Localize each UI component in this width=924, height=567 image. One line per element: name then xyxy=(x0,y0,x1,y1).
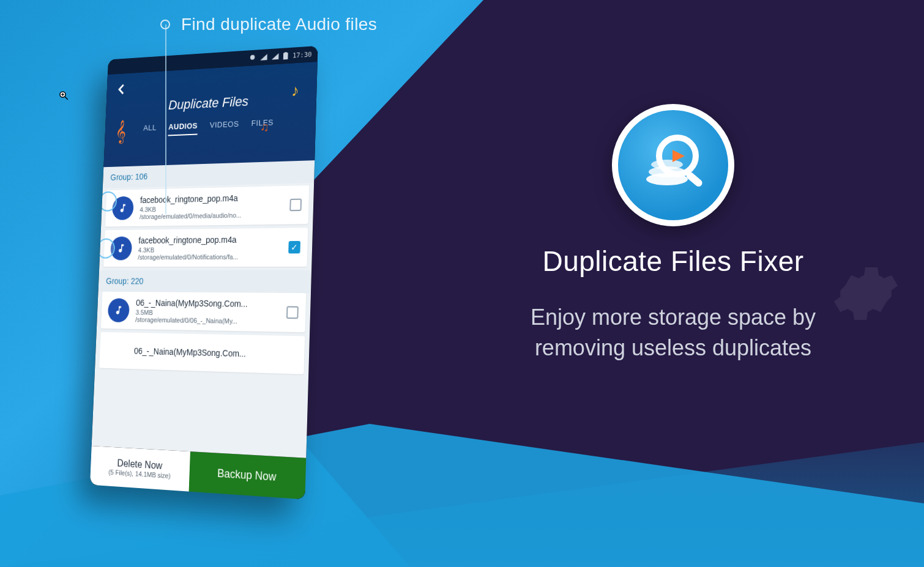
file-list[interactable]: Group: 106 facebook_ringtone_pop.m4a 4.3… xyxy=(92,160,315,458)
file-row[interactable]: 06_-_Naina(MyMp3Song.Com... 3.5MB /stora… xyxy=(101,292,306,333)
file-row[interactable]: 06_-_Naina(MyMp3Song.Com... xyxy=(99,332,305,374)
svg-rect-11 xyxy=(285,52,287,53)
file-name: facebook_ringtone_pop.m4a xyxy=(140,192,283,205)
phone-mockup: 17:30 𝄞 ♪ ♫ Duplicate Files ALL AUDIOS V… xyxy=(90,46,318,500)
annotation-dot-icon xyxy=(160,20,170,29)
back-arrow-icon[interactable] xyxy=(114,81,128,97)
file-row[interactable]: facebook_ringtone_pop.m4a 4.3KB /storage… xyxy=(105,185,309,227)
promo-sub-line1: Enjoy more storage space by xyxy=(531,305,816,330)
tabs: ALL AUDIOS VIDEOS FILES xyxy=(112,116,307,138)
file-meta: facebook_ringtone_pop.m4a 4.3KB /storage… xyxy=(140,192,283,220)
file-meta: 06_-_Naina(MyMp3Song.Com... 3.5MB /stora… xyxy=(135,298,280,325)
promo-block: Duplicate Files Fixer Enjoy more storage… xyxy=(459,104,887,364)
music-note-icon: ♪ xyxy=(291,81,299,101)
audio-file-icon xyxy=(108,298,130,323)
group-label: Group: 220 xyxy=(99,270,311,293)
promo-canvas: Find duplicate Audio files Duplicate Fil… xyxy=(0,0,924,567)
promo-title: Duplicate Files Fixer xyxy=(459,245,887,278)
signal-icon xyxy=(260,54,267,61)
header-title: Duplicate Files xyxy=(113,91,308,116)
signal-icon-2 xyxy=(272,53,279,60)
annotation-text: Find duplicate Audio files xyxy=(181,15,377,34)
file-name: 06_-_Naina(MyMp3Song.Com... xyxy=(134,346,297,360)
annotation-leader-line xyxy=(165,24,166,214)
tab-all[interactable]: ALL xyxy=(143,123,157,137)
checkbox[interactable] xyxy=(286,306,299,319)
file-size: 4.3KB xyxy=(138,245,282,253)
file-path: /storage/emulated/0/Notifications/fa... xyxy=(138,253,281,261)
phone-stage: 17:30 𝄞 ♪ ♫ Duplicate Files ALL AUDIOS V… xyxy=(49,43,392,567)
promo-sub-line2: removing useless duplicates xyxy=(535,335,811,360)
file-name: 06_-_Naina(MyMp3Song.Com... xyxy=(136,298,280,309)
checkbox-checked[interactable]: ✓ xyxy=(288,241,300,254)
svg-rect-10 xyxy=(283,53,288,59)
svg-line-1 xyxy=(65,97,68,100)
backup-now-button[interactable]: Backup Now xyxy=(189,451,307,499)
annotation: Find duplicate Audio files xyxy=(160,15,377,34)
app-logo-icon xyxy=(633,125,713,205)
battery-icon xyxy=(283,52,288,59)
file-row[interactable]: facebook_ringtone_pop.m4a 4.3KB /storage… xyxy=(103,228,308,267)
statusbar-time: 17:30 xyxy=(292,50,312,59)
music-note-icon: ♫ xyxy=(260,120,269,134)
music-note-icon: 𝄞 xyxy=(115,120,127,144)
app-header: 𝄞 ♪ ♫ Duplicate Files ALL AUDIOS VIDEOS … xyxy=(103,62,317,167)
alarm-icon xyxy=(249,54,256,61)
tab-videos[interactable]: VIDEOS xyxy=(209,119,239,135)
app-logo xyxy=(612,104,734,226)
backup-label: Backup Now xyxy=(217,467,277,484)
file-name: facebook_ringtone_pop.m4a xyxy=(138,234,282,245)
group-wrap: facebook_ringtone_pop.m4a 4.3KB /storage… xyxy=(99,183,314,267)
svg-marker-9 xyxy=(673,150,685,162)
magnifier-cursor-icon xyxy=(58,90,69,101)
delete-now-button[interactable]: Delete Now (5 File(s), 14.1MB size) xyxy=(90,446,190,491)
checkbox[interactable] xyxy=(289,199,302,212)
file-path: /storage/emulated/0/06_-_Naina(My... xyxy=(135,316,279,325)
promo-subtitle: Enjoy more storage space by removing use… xyxy=(459,302,887,364)
file-meta: facebook_ringtone_pop.m4a 4.3KB /storage… xyxy=(138,234,282,261)
file-meta: 06_-_Naina(MyMp3Song.Com... xyxy=(134,346,297,360)
tab-audios[interactable]: AUDIOS xyxy=(168,121,198,136)
